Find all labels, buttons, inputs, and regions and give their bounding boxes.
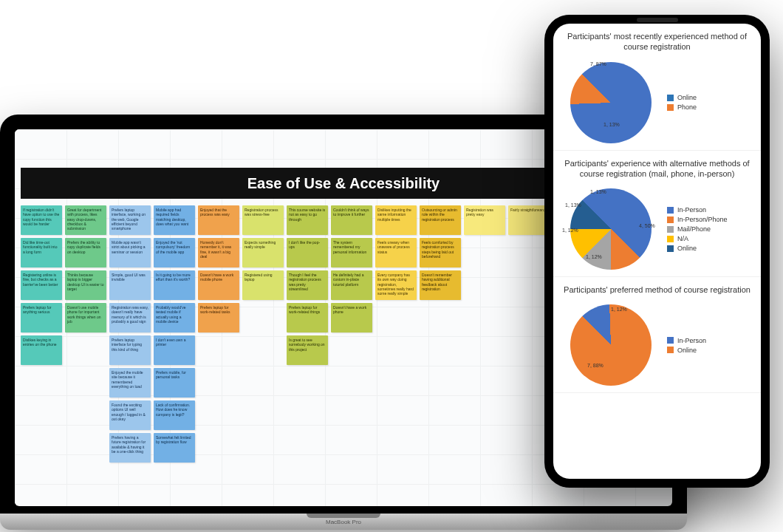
- sticky-note[interactable]: Mobile app wasn't strict about picking a…: [109, 238, 151, 267]
- sticky-note[interactable]: Prefers mobile, for personal tasks: [154, 368, 195, 398]
- pie-slice-label: 7, 88%: [587, 363, 604, 368]
- sticky-note[interactable]: This course website is not as easy to go…: [287, 205, 328, 235]
- sticky-note[interactable]: Expects something really simple: [242, 238, 284, 267]
- sticky-note[interactable]: Prefers laptop for anything serious: [21, 303, 62, 332]
- legend-label: In-Person/Phone: [677, 216, 728, 223]
- sticky-note[interactable]: Honestly don't remember it, it was fine,…: [198, 238, 239, 267]
- sticky-note[interactable]: Found the exciting options UI well enoug…: [109, 400, 151, 430]
- sticky-note[interactable]: Prefers laptop interface, working on the…: [109, 205, 151, 235]
- sticky-note[interactable]: Is great to see somebody working on this…: [287, 335, 328, 365]
- sticky-note[interactable]: Every company has its own way doing regi…: [375, 270, 417, 300]
- sticky-note[interactable]: Did like time-out functionality built in…: [21, 238, 62, 267]
- pie-slice-label: 4, 50%: [639, 223, 655, 228]
- sticky-note[interactable]: Prefers laptop interface for typing this…: [109, 335, 151, 365]
- legend-label: In-Person: [677, 206, 706, 214]
- sticky-note[interactable]: Registration was pretty easy: [464, 205, 505, 235]
- legend-label: In-Person: [677, 337, 706, 344]
- sticky-note[interactable]: Though I feel the registration process w…: [287, 270, 328, 300]
- legend-item: In-Person: [667, 337, 706, 344]
- sticky-note[interactable]: Thinks because laptop is bigger desktop …: [65, 270, 106, 300]
- sticky-note[interactable]: Feels comforted by registration process …: [420, 238, 461, 267]
- trackpad-notch: [307, 514, 380, 518]
- sticky-note[interactable]: Mobile app had required fields matching …: [154, 205, 195, 235]
- sticky-note[interactable]: Dislikes keying in entries on the phone: [21, 335, 62, 365]
- chart-title: Participants' experience with alternativ…: [559, 158, 755, 180]
- sticky-note[interactable]: Fairly straightforward: [508, 205, 550, 235]
- chart-legend: In-PersonOnline: [667, 335, 706, 356]
- chart-row: 1, 12%7, 88%In-PersonOnline: [559, 301, 755, 389]
- pie-chart: [570, 188, 652, 270]
- legend-label: Online: [677, 94, 697, 101]
- legend-swatch: [667, 207, 674, 214]
- sticky-column: This course website is not as easy to go…: [287, 205, 328, 365]
- sticky-note[interactable]: I don't even own a printer: [154, 335, 195, 365]
- sticky-note[interactable]: Probably would've tested mobile if actua…: [154, 303, 195, 332]
- sticky-note[interactable]: If registration didn't have option to us…: [21, 205, 62, 235]
- sticky-note[interactable]: Registered using laptop: [242, 270, 284, 300]
- sticky-note[interactable]: Doesn't have a work mobile phone: [198, 270, 239, 300]
- pie-wrap: 4, 50%1, 12%1, 12%1, 13%1, 13%: [559, 185, 663, 273]
- pie-slice-label: 1, 13%: [590, 189, 606, 194]
- legend-label: Mail/Phone: [677, 225, 711, 233]
- legend-swatch: [667, 216, 674, 223]
- board-title: Ease of Use & Accessibility: [247, 175, 440, 192]
- sticky-note[interactable]: He definitely had a custom in-place tuto…: [331, 270, 372, 300]
- pie-slice-label: 7, 87%: [590, 61, 606, 66]
- legend-label: Online: [677, 347, 697, 354]
- sticky-note[interactable]: Enjoyed that the process was easy: [198, 205, 239, 235]
- sticky-note[interactable]: Prefers the ability to copy duplicate fi…: [65, 238, 106, 267]
- sticky-note[interactable]: Prefers laptop for work-related things: [287, 303, 328, 332]
- sticky-note[interactable]: Couldn't think of ways to improve it fur…: [331, 205, 372, 235]
- sticky-column: Registration was pretty easy: [464, 205, 505, 235]
- sticky-note[interactable]: Enjoyed the mobile site because it remem…: [109, 368, 151, 398]
- sticky-note[interactable]: Somewhat felt limited by registration fl…: [154, 433, 195, 463]
- sticky-column: Mobile app had required fields matching …: [154, 205, 195, 463]
- sticky-column: Prefers laptop interface, working on the…: [109, 205, 151, 463]
- sticky-note[interactable]: Doesn't use mobile phone for important w…: [65, 303, 106, 332]
- sticky-note[interactable]: Feels uneasy when unaware of process sta…: [375, 238, 417, 267]
- chart-block: Participants' experience with alternativ…: [553, 151, 761, 278]
- legend-label: Online: [677, 245, 697, 252]
- chart-legend: In-PersonIn-Person/PhoneMail/PhoneN/AOnl…: [667, 204, 728, 254]
- legend-item: In-Person/Phone: [667, 216, 728, 223]
- sticky-note[interactable]: Simple, good UI was invisible: [109, 270, 151, 300]
- chart-legend: OnlinePhone: [667, 92, 697, 113]
- pie-slice-label: 1, 12%: [562, 228, 578, 233]
- sticky-column: Enjoyed that the process was easyHonestl…: [198, 205, 239, 332]
- sticky-note[interactable]: Doesn't remember having additional feedb…: [420, 270, 461, 300]
- sticky-note[interactable]: Dislikes inputting the same information …: [375, 205, 417, 235]
- sticky-column: Dislikes inputting the same information …: [375, 205, 417, 300]
- sticky-note[interactable]: Outsourcing or admin role within the reg…: [420, 205, 461, 235]
- pie-wrap: 7, 87%1, 13%: [559, 58, 663, 147]
- legend-item: Online: [667, 347, 706, 354]
- legend-swatch: [667, 226, 674, 233]
- laptop-model-label: MacBook Pro: [326, 519, 361, 525]
- sticky-note[interactable]: Great for department with process, likes…: [65, 205, 106, 235]
- pie-chart: [570, 62, 652, 143]
- laptop-base: MacBook Pro: [0, 514, 687, 530]
- sticky-column: Outsourcing or admin role within the reg…: [420, 205, 461, 300]
- legend-item: Online: [667, 94, 697, 101]
- pie-slice-label: 1, 12%: [586, 254, 602, 259]
- legend-item: Mail/Phone: [667, 225, 728, 233]
- sticky-note[interactable]: Lack of confirmation. How does he know c…: [154, 400, 195, 430]
- phone-device: Participants' most recently experienced …: [544, 15, 770, 488]
- legend-swatch: [667, 347, 674, 353]
- sticky-note[interactable]: Prefers having a future registration for…: [109, 433, 151, 463]
- sticky-note[interactable]: Registering online is fine, but checks a…: [21, 270, 62, 300]
- sticky-note[interactable]: The system remembered my personal inform…: [331, 238, 372, 267]
- sticky-note[interactable]: Registration was easy, doesn't really ha…: [109, 303, 151, 332]
- legend-swatch: [667, 245, 674, 252]
- sticky-note[interactable]: Prefers laptop for work-related tasks: [198, 303, 239, 332]
- pie-slice-label: 1, 13%: [565, 202, 581, 208]
- pie-slice-label: 1, 12%: [611, 307, 627, 312]
- sticky-note[interactable]: Is it going to be more effort than it's …: [154, 270, 195, 300]
- legend-label: N/A: [677, 235, 688, 242]
- legend-item: N/A: [667, 235, 728, 242]
- legend-item: Phone: [667, 103, 697, 111]
- chart-title: Participants' most recently experienced …: [559, 31, 755, 52]
- sticky-note[interactable]: Doesn't have a work phone: [331, 303, 372, 332]
- sticky-note[interactable]: Registration process was stress-free: [242, 205, 284, 235]
- sticky-note[interactable]: Enjoyed the 'not compulsory' freedom of …: [154, 238, 195, 267]
- sticky-note[interactable]: I don't like the pop-ups: [287, 238, 328, 267]
